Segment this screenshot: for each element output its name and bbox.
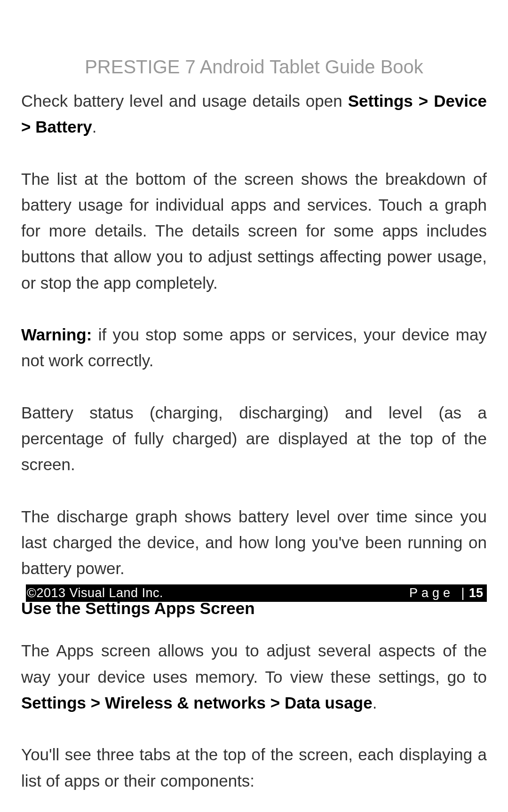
page-title: PRESTIGE 7 Android Tablet Guide Book (21, 56, 487, 78)
page-pipe: | (461, 586, 469, 600)
page-indicator: Page | 15 (409, 586, 483, 600)
p6-bold-text: Settings > Wireless & networks > Data us… (21, 694, 373, 712)
paragraph-7: You'll see three tabs at the top of the … (21, 741, 487, 794)
paragraph-2: The list at the bottom of the screen sho… (21, 166, 487, 296)
p1-tail-text: . (92, 118, 97, 136)
paragraph-3: Warning: if you stop some apps or servic… (21, 322, 487, 374)
p6-tail-text: . (373, 694, 377, 712)
copyright-text: ©2013 Visual Land Inc. (27, 586, 163, 600)
p6-lead-text: The Apps screen allows you to adjust sev… (21, 641, 487, 686)
document-page: PRESTIGE 7 Android Tablet Guide Book Che… (0, 0, 508, 794)
p3-bold-text: Warning: (21, 325, 92, 344)
paragraph-5: The discharge graph shows battery level … (21, 504, 487, 582)
page-label: Page (409, 586, 461, 600)
paragraph-4: Battery status (charging, discharging) a… (21, 400, 487, 478)
p1-lead-text: Check battery level and usage details op… (21, 92, 348, 110)
page-number: 15 (469, 586, 483, 600)
paragraph-1: Check battery level and usage details op… (21, 88, 487, 140)
page-footer: ©2013 Visual Land Inc. Page | 15 (26, 584, 487, 602)
paragraph-6: The Apps screen allows you to adjust sev… (21, 638, 487, 716)
section-heading: Use the Settings Apps Screen (21, 599, 487, 618)
